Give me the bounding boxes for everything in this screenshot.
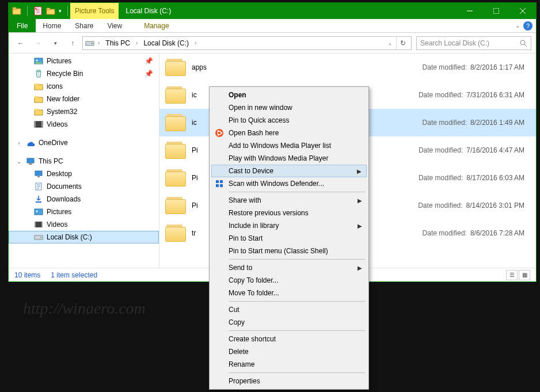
help-icon[interactable]: ? <box>523 21 533 31</box>
ctx-copy[interactable]: Copy <box>211 316 367 329</box>
ctx-open-bash[interactable]: Open Bash here <box>211 127 367 139</box>
drive-icon <box>85 39 94 48</box>
nav-videos[interactable]: Videos <box>9 118 159 131</box>
ctx-delete[interactable]: Delete <box>211 345 367 358</box>
nav-desktop[interactable]: Desktop <box>9 168 159 180</box>
file-date: 8/17/2016 6:03 AM <box>466 174 524 182</box>
nav-videos[interactable]: Videos <box>9 218 159 231</box>
nav-local-disk[interactable]: Local Disk (C:) <box>9 231 159 243</box>
nav-recycle-bin[interactable]: Recycle Bin 📌 <box>9 67 159 80</box>
ctx-open-new-window[interactable]: Open in new window <box>211 101 367 114</box>
picture-tools-contextual-tab[interactable]: Picture Tools <box>70 3 119 19</box>
nav-icons[interactable]: icons <box>9 80 159 93</box>
ctx-move-to-folder[interactable]: Move To folder... <box>211 287 367 299</box>
share-tab[interactable]: Share <box>68 19 100 32</box>
ctx-rename[interactable]: Rename <box>211 358 367 371</box>
titlebar: ▾ Picture Tools Local Disk (C:) <box>9 3 536 19</box>
addr-dropdown-icon[interactable]: ⌄ <box>385 40 396 46</box>
svg-rect-4 <box>47 8 50 10</box>
svg-rect-15 <box>37 70 40 71</box>
date-label: Date modified: <box>419 146 463 154</box>
svg-rect-43 <box>216 180 219 183</box>
ctx-scan-defender[interactable]: Scan with Windows Defender... <box>211 177 367 190</box>
nav-onedrive[interactable]: › OneDrive <box>9 136 159 149</box>
file-tab[interactable]: File <box>9 19 36 32</box>
recent-locations-button[interactable]: ▾ <box>48 36 63 51</box>
ctx-wmp-play[interactable]: Play with Windows Media Player <box>211 152 367 165</box>
file-date: 7/16/2016 4:47 AM <box>466 146 524 154</box>
up-button[interactable]: ↑ <box>65 36 80 51</box>
pictures-icon <box>34 56 43 66</box>
file-name: apps <box>192 63 226 71</box>
nav-pictures[interactable]: Pictures 📌 <box>9 55 159 67</box>
thumbnails-view-button[interactable]: ▦ <box>519 270 530 280</box>
chevron-right-icon[interactable]: › <box>135 40 139 46</box>
close-button[interactable] <box>509 3 536 19</box>
file-row[interactable]: appsDate modified:8/2/2016 1:17 AM <box>159 54 536 81</box>
ctx-restore-versions[interactable]: Restore previous versions <box>211 207 367 219</box>
qat-cust-icon[interactable]: ▾ <box>59 8 62 14</box>
expand-arrow-icon[interactable]: ⌄ <box>16 158 22 165</box>
manage-tab[interactable]: Manage <box>137 19 176 32</box>
breadcrumb-thispc[interactable]: This PC <box>103 39 132 47</box>
ctx-copy-to-folder[interactable]: Copy To folder... <box>211 274 367 287</box>
nav-documents[interactable]: Documents <box>9 180 159 193</box>
ctx-cut[interactable]: Cut <box>211 303 367 316</box>
refresh-button[interactable]: ↻ <box>396 37 409 50</box>
ctx-label: Open Bash here <box>229 129 279 137</box>
ctx-open[interactable]: Open <box>211 89 367 101</box>
file-date: 8/2/2016 1:49 AM <box>470 119 524 127</box>
nav-label: Pictures <box>47 57 71 65</box>
nav-label: Recycle Bin <box>47 70 83 78</box>
properties-icon[interactable] <box>33 6 43 16</box>
downloads-icon <box>34 195 43 204</box>
svg-rect-22 <box>35 121 43 127</box>
search-box[interactable]: Search Local Disk (C:) <box>416 36 531 50</box>
view-tab[interactable]: View <box>100 19 129 32</box>
ctx-cast-to-device[interactable]: Cast to Device ▶ <box>211 165 367 177</box>
nav-this-pc[interactable]: ⌄ This PC <box>9 155 159 168</box>
ribbon-expand-icon[interactable]: ⌄ <box>515 22 520 29</box>
ctx-wmp-add[interactable]: Add to Windows Media Player list <box>211 139 367 152</box>
navigation-pane: Pictures 📌 Recycle Bin 📌 icons New folde… <box>9 54 159 268</box>
new-folder-icon[interactable] <box>46 6 55 16</box>
file-date: 7/31/2016 6:31 AM <box>466 91 524 99</box>
nav-label: Documents <box>47 182 82 191</box>
svg-rect-24 <box>41 121 43 127</box>
minimize-button[interactable] <box>457 3 483 19</box>
ctx-share-with[interactable]: Share with ▶ <box>211 194 367 207</box>
nav-new-folder[interactable]: New folder <box>9 93 159 105</box>
nav-label: Local Disk (C:) <box>47 233 92 241</box>
home-tab[interactable]: Home <box>36 19 68 32</box>
ctx-pin-start[interactable]: Pin to Start <box>211 232 367 245</box>
ctx-create-shortcut[interactable]: Create shortcut <box>211 333 367 345</box>
svg-rect-16 <box>35 85 43 90</box>
ctx-label: Scan with Windows Defender... <box>229 180 324 188</box>
submenu-arrow-icon: ▶ <box>358 197 362 204</box>
recycle-bin-icon <box>34 69 43 78</box>
ctx-include-library[interactable]: Include in library ▶ <box>211 219 367 232</box>
chevron-right-icon[interactable]: › <box>97 40 101 46</box>
nav-system32[interactable]: System32 <box>9 105 159 118</box>
nav-pictures[interactable]: Pictures <box>9 205 159 218</box>
nav-downloads[interactable]: Downloads <box>9 193 159 205</box>
maximize-button[interactable] <box>483 3 509 19</box>
details-view-button[interactable]: ☰ <box>506 270 518 280</box>
date-label: Date modified: <box>419 91 463 99</box>
nav-label: icons <box>47 82 63 90</box>
folder-icon <box>165 142 186 159</box>
pictures-icon <box>34 207 43 216</box>
ctx-properties[interactable]: Properties <box>211 375 367 387</box>
ctx-send-to[interactable]: Send to ▶ <box>211 261 367 274</box>
breadcrumb-drive[interactable]: Local Disk (C:) <box>141 39 191 47</box>
expand-arrow-icon[interactable]: › <box>16 140 22 146</box>
back-button[interactable]: ← <box>13 36 28 51</box>
nav-label: Desktop <box>47 170 72 178</box>
address-bar[interactable]: › This PC › Local Disk (C:) › ⌄ ↻ <box>82 36 412 50</box>
nav-label: New folder <box>47 95 79 103</box>
forward-button[interactable]: → <box>31 36 45 51</box>
file-meta: Date modified:8/6/2016 7:28 AM <box>423 229 524 237</box>
ctx-pin-quick-access[interactable]: Pin to Quick access <box>211 114 367 127</box>
chevron-right-icon[interactable]: › <box>193 40 197 46</box>
ctx-pin-classic-shell[interactable]: Pin to Start menu (Classic Shell) <box>211 245 367 257</box>
